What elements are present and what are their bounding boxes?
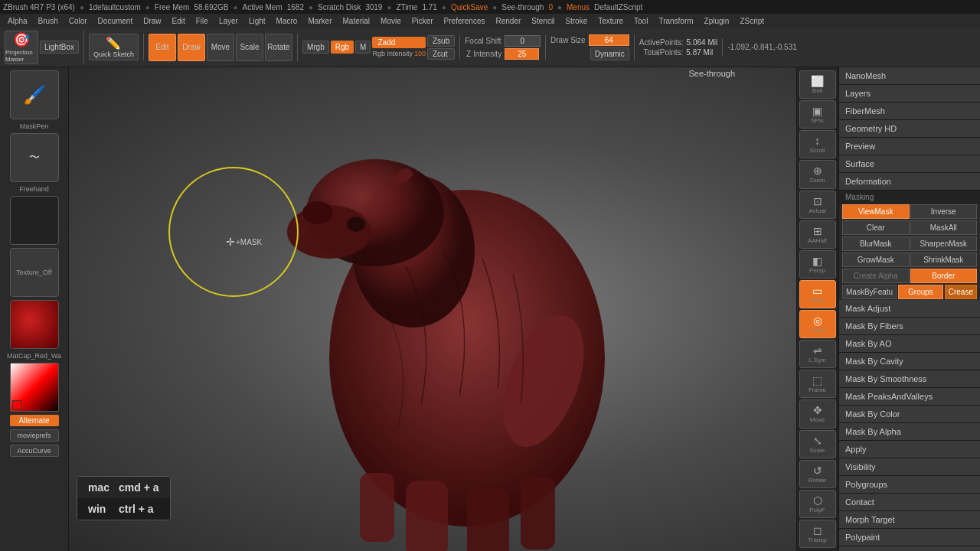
sharpenmask-btn[interactable]: SharpenMask [910, 236, 978, 251]
morph-target-btn[interactable]: Morph Target [839, 511, 980, 529]
maskall-btn[interactable]: MaskAll [910, 220, 978, 235]
mask-fibers-btn[interactable]: Mask By Fibers [839, 318, 980, 335]
apply-btn[interactable]: Apply [839, 441, 980, 458]
side-tool-frame[interactable]: ⬚Frame [799, 370, 836, 398]
mask-ao-btn[interactable]: Mask By AO [839, 335, 980, 353]
right-btn-surface[interactable]: Surface [839, 155, 980, 173]
menu-item-render[interactable]: Render [492, 16, 526, 26]
side-tool-scroll[interactable]: ↕Scroll [799, 130, 836, 158]
brush-preview[interactable]: 🖌️ [10, 70, 59, 119]
m-btn[interactable]: M [355, 41, 371, 54]
move-btn[interactable]: Move [207, 34, 234, 61]
scale-btn[interactable]: Scale [236, 34, 263, 61]
focal-shift-value[interactable]: 0 [505, 35, 541, 47]
right-btn-nanomesh[interactable]: NanoMesh [839, 67, 980, 85]
side-tool-zoom[interactable]: ⊕Zoom [799, 160, 836, 188]
groups-btn[interactable]: Groups [898, 285, 943, 299]
z-intensity-value[interactable]: 25 [505, 48, 539, 60]
draw-btn[interactable]: Draw [178, 34, 205, 61]
visibility-btn[interactable]: Visibility [839, 458, 980, 476]
menu-item-light[interactable]: Light [244, 16, 270, 26]
right-btn-fibermesh[interactable]: FiberMesh [839, 103, 980, 120]
crease-btn[interactable]: Crease [945, 285, 977, 299]
mask-color-btn[interactable]: Mask By Color [839, 406, 980, 423]
side-tool-move[interactable]: ✥Move [799, 399, 836, 428]
quick-sketch-btn[interactable]: ✏️ Quick Sketch [89, 34, 139, 60]
zsub-btn[interactable]: Zsub [427, 35, 455, 47]
menu-item-stroke[interactable]: Stroke [560, 16, 592, 26]
side-tool-local[interactable]: ◎Local [799, 310, 836, 338]
texture-off[interactable]: Texture_Off [10, 248, 59, 297]
side-tool-aahalf[interactable]: ⊞AAHalf [799, 220, 836, 249]
menu-item-document[interactable]: Document [93, 16, 138, 26]
menu-item-alpha[interactable]: Alpha [3, 16, 32, 26]
quicksave-btn[interactable]: QuickSave [451, 3, 488, 11]
menu-item-file[interactable]: File [191, 16, 213, 26]
menu-item-macro[interactable]: Macro [272, 16, 302, 26]
menu-item-preferences[interactable]: Preferences [439, 16, 490, 26]
menus-btn[interactable]: Menus [567, 3, 590, 11]
right-btn-preview[interactable]: Preview [839, 138, 980, 155]
mask-adjust-btn[interactable]: Mask Adjust [839, 300, 980, 318]
clear-btn[interactable]: Clear [842, 220, 910, 235]
menu-item-stencil[interactable]: Stencil [527, 16, 559, 26]
menu-item-zplugin[interactable]: Zplugin [700, 16, 734, 26]
mrgb-btn[interactable]: Mrgb [302, 41, 329, 54]
projection-master-btn[interactable]: 🎯 Projection Master [5, 31, 38, 64]
menu-item-marker[interactable]: Marker [303, 16, 336, 26]
freehand-tool[interactable]: 〜 [10, 133, 59, 182]
menu-item-texture[interactable]: Texture [593, 16, 628, 26]
inverse-btn[interactable]: Inverse [910, 204, 978, 219]
rgb-btn[interactable]: Rgb [331, 41, 354, 54]
edit-btn[interactable]: Edit [149, 34, 176, 61]
viewport[interactable]: ✛ +MASK mac cmd + a win ctrl + a See-thr… [69, 67, 796, 551]
side-tool-persp[interactable]: ◧Persp [799, 250, 836, 279]
color-preview[interactable] [10, 300, 59, 349]
menu-item-edit[interactable]: Edit [168, 16, 190, 26]
menu-item-layer[interactable]: Layer [214, 16, 243, 26]
menu-item-draw[interactable]: Draw [139, 16, 165, 26]
menu-item-zscript[interactable]: ZScript [735, 16, 769, 26]
border-btn[interactable]: Border [910, 269, 978, 283]
zadd-btn[interactable]: Zadd [372, 37, 426, 48]
side-tool-transp[interactable]: ◻Transp [799, 520, 836, 548]
polypaint-btn[interactable]: Polypaint [839, 529, 980, 546]
lightbox-btn[interactable]: LightBox [40, 41, 79, 54]
create-alpha-btn[interactable]: Create Alpha [842, 269, 910, 283]
mask-cavity-btn[interactable]: Mask By Cavity [839, 353, 980, 370]
zcut-btn[interactable]: Zcut [427, 48, 455, 60]
side-tool-spix[interactable]: ▣SPix [799, 100, 836, 129]
side-tool-scale[interactable]: ⤡Scale [799, 430, 836, 458]
movieprefs-btn[interactable]: movieprefs [10, 429, 59, 442]
color-gradient[interactable] [10, 363, 59, 412]
accucurve-btn[interactable]: AccuCurve [10, 445, 59, 457]
contact-btn[interactable]: Contact [839, 494, 980, 511]
side-tool-actual[interactable]: ⊡Actual [799, 191, 836, 219]
menu-item-brush[interactable]: Brush [34, 16, 63, 26]
rotate-btn[interactable]: Rotate [265, 34, 292, 61]
right-btn-deformation[interactable]: Deformation [839, 173, 980, 191]
menu-item-color[interactable]: Color [64, 16, 92, 26]
mask-alpha-btn[interactable]: Mask By Alpha [839, 423, 980, 441]
dynamic-btn[interactable]: Dynamic [590, 47, 629, 60]
default-script-btn[interactable]: DefaultZScript [594, 3, 642, 11]
menu-item-picker[interactable]: Picker [407, 16, 438, 26]
menu-item-transform[interactable]: Transform [654, 16, 697, 26]
side-tool-floor[interactable]: ▭Floor [799, 280, 836, 308]
viewmask-btn[interactable]: ViewMask [842, 204, 910, 219]
side-tool-brill[interactable]: ⬜Brill [799, 70, 836, 99]
shrinkmask-btn[interactable]: ShrinkMask [910, 253, 978, 267]
side-tool-polyf[interactable]: ⬡PolyF [799, 490, 836, 518]
menu-item-movie[interactable]: Movie [376, 16, 406, 26]
polygroups-btn[interactable]: Polygroups [839, 476, 980, 494]
uv-map-btn[interactable]: UV Map [839, 546, 980, 551]
alternate-btn[interactable]: Alternate [10, 415, 59, 426]
draw-size-value[interactable]: 64 [589, 34, 629, 46]
mask-peaks-btn[interactable]: Mask PeaksAndValleys [839, 388, 980, 406]
side-tool-lsym[interactable]: ⇌L.Sym [799, 340, 836, 368]
right-btn-geometry-hd[interactable]: Geometry HD [839, 120, 980, 138]
growmask-btn[interactable]: GrowMask [842, 253, 910, 267]
menu-item-tool[interactable]: Tool [629, 16, 652, 26]
right-btn-layers[interactable]: Layers [839, 85, 980, 103]
blurmask-btn[interactable]: BlurMask [842, 236, 910, 251]
